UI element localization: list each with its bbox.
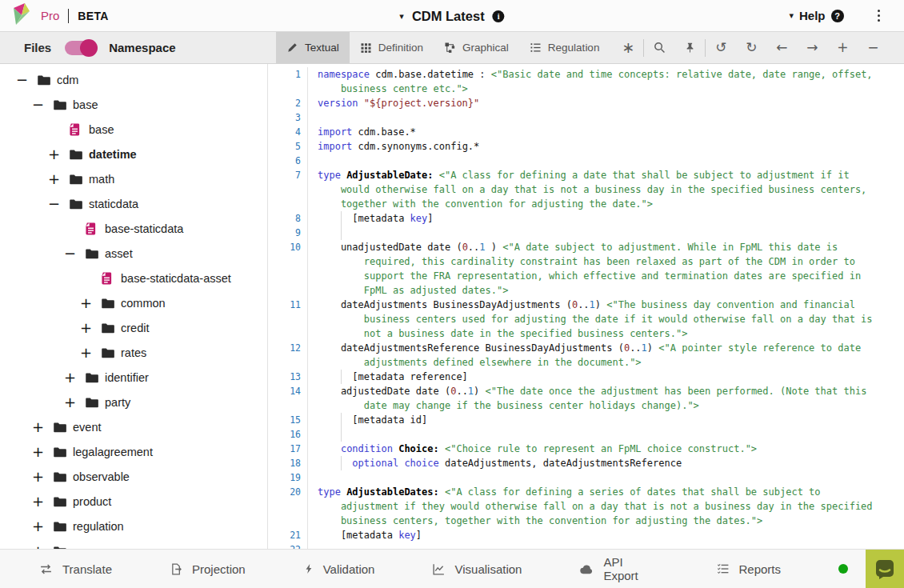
navigate-forward-button[interactable]: → xyxy=(797,32,827,64)
expand-plus-icon[interactable]: + xyxy=(64,395,85,410)
tab-regulation[interactable]: Regulation xyxy=(519,32,610,63)
indent-guide xyxy=(341,413,342,427)
tree-item-base[interactable]: base xyxy=(0,117,267,142)
code-line-20: 20type AdjustableDates: <"A class for de… xyxy=(268,485,904,499)
wildcard-button[interactable]: ∗ xyxy=(613,32,643,64)
code-line-12: 12 dateAdjustmentsReference BusinessDayA… xyxy=(268,341,904,355)
line-number: 10 xyxy=(268,240,308,254)
tree-item-regulation[interactable]: +regulation xyxy=(0,514,267,538)
collapse-minus-icon[interactable]: − xyxy=(16,73,37,87)
redo-button[interactable]: ↻ xyxy=(736,32,766,64)
code-line-1: 1namespace cdm.base.datetime : <"Basic d… xyxy=(268,67,904,82)
pin-button[interactable] xyxy=(674,32,705,64)
expand-plus-icon[interactable]: + xyxy=(80,346,101,360)
bottom-action-visualisation[interactable]: Visualisation xyxy=(432,562,522,576)
model-version-title: CDM Latest xyxy=(412,9,485,24)
code-editor[interactable]: 1namespace cdm.base.datetime : <"Basic d… xyxy=(268,64,904,549)
expand-plus-icon[interactable]: + xyxy=(32,470,53,484)
code-line-7-wrap-2: together with the convention for adjusti… xyxy=(268,197,904,211)
expand-plus-icon[interactable]: + xyxy=(32,420,53,434)
line-number xyxy=(268,514,308,528)
tab-graphical[interactable]: Graphical xyxy=(434,32,519,63)
code-text: business centers, together with the conv… xyxy=(318,514,762,528)
tree-item-staticdata[interactable]: −staticdata xyxy=(0,191,267,216)
tree-item-cdm[interactable]: −cdm xyxy=(0,67,267,92)
bottom-action-reports[interactable]: Reports xyxy=(717,562,781,576)
expand-plus-icon[interactable]: + xyxy=(32,445,53,459)
folder-icon xyxy=(53,445,67,459)
pin-icon xyxy=(684,42,696,54)
tree-item-rates[interactable]: +rates xyxy=(0,340,267,365)
code-line-11: 11 dateAdjustments BusinessDayAdjustment… xyxy=(268,298,904,312)
expand-plus-icon[interactable]: + xyxy=(64,370,85,385)
line-number: 12 xyxy=(268,341,308,355)
tree-item-datetime[interactable]: +datetime xyxy=(0,142,267,166)
bottom-action-label: Visualisation xyxy=(454,562,522,576)
code-text: type AdjustableDates: <"A class for defi… xyxy=(318,485,821,499)
collapse-minus-icon[interactable]: − xyxy=(32,98,53,112)
font-decrease-button[interactable]: − xyxy=(858,32,888,64)
undo-button[interactable]: ↺ xyxy=(706,32,736,64)
line-number: 20 xyxy=(268,485,308,499)
files-namespace-toggle[interactable] xyxy=(65,41,95,55)
line-number: 9 xyxy=(268,226,308,240)
bottom-action-projection[interactable]: Projection xyxy=(170,562,246,576)
code-line-11-wrap-2: not a business date in the specified bus… xyxy=(268,326,904,341)
tree-item-party[interactable]: +party xyxy=(0,390,267,414)
collapse-minus-icon[interactable]: − xyxy=(64,246,85,261)
tree-item-legalagreement[interactable]: +legalagreement xyxy=(0,439,267,464)
expand-plus-icon[interactable]: + xyxy=(32,519,53,534)
tree-item-product[interactable]: +product xyxy=(0,489,267,514)
line-number: 5 xyxy=(268,139,308,154)
bottom-actions: TranslateProjectionValidationVisualisati… xyxy=(38,555,838,582)
expand-plus-icon[interactable]: + xyxy=(48,147,69,162)
expand-plus-icon[interactable]: + xyxy=(32,494,53,509)
document-export-icon xyxy=(170,562,183,576)
tree-item-base-staticdata-asset[interactable]: base-staticdata-asset xyxy=(0,266,267,290)
navigate-back-button[interactable]: ← xyxy=(766,32,797,64)
tree-item-event[interactable]: +event xyxy=(0,414,267,439)
font-increase-button[interactable]: + xyxy=(827,32,858,64)
model-version-selector[interactable]: ▾ CDM Latest i xyxy=(399,0,504,32)
tree-item-base-staticdata[interactable]: base-staticdata xyxy=(0,216,267,241)
bottom-action-label: Translate xyxy=(62,562,112,576)
tree-item[interactable]: + xyxy=(0,538,267,549)
tab-definition[interactable]: Definition xyxy=(350,32,434,63)
code-text: unadjustedDate date (0..1 ) <"A date sub… xyxy=(318,240,838,254)
tree-item-credit[interactable]: +credit xyxy=(0,315,267,340)
code-line-10-wrap-2: support the FRA representation, which ef… xyxy=(268,269,904,283)
overflow-menu-icon[interactable] xyxy=(874,6,884,26)
indent-guide xyxy=(341,456,342,470)
code-line-22: 22 xyxy=(268,542,904,549)
expand-plus-icon[interactable]: + xyxy=(48,172,69,186)
tree-item-base[interactable]: −base xyxy=(0,92,267,117)
plus-icon: + xyxy=(837,41,848,54)
tree-item-identifier[interactable]: +identifier xyxy=(0,365,267,390)
tab-textual[interactable]: Textual xyxy=(276,32,350,63)
expand-plus-icon[interactable]: + xyxy=(80,296,101,310)
tree-item-math[interactable]: +math xyxy=(0,166,267,191)
indent-guide xyxy=(341,211,342,226)
line-number: 3 xyxy=(268,110,308,125)
top-header: Pro BETA ▾ CDM Latest i ▾ Help ? xyxy=(0,0,904,32)
chat-launcher-button[interactable] xyxy=(866,550,904,588)
tree-item-common[interactable]: +common xyxy=(0,290,267,315)
file-icon xyxy=(69,122,83,137)
info-icon[interactable]: i xyxy=(493,10,505,22)
tree-item-label: base xyxy=(89,123,114,136)
help-menu[interactable]: ▾ Help ? xyxy=(789,9,843,22)
line-number: 15 xyxy=(268,413,308,427)
namespace-label: Namespace xyxy=(109,41,175,54)
collapse-minus-icon[interactable]: − xyxy=(48,197,69,211)
bottom-action-api-export[interactable]: API Export xyxy=(579,555,659,582)
file-icon xyxy=(101,271,115,286)
line-number xyxy=(268,197,308,211)
bottom-action-translate[interactable]: Translate xyxy=(38,562,112,576)
code-text: import cdm.synonyms.config.* xyxy=(318,139,479,154)
tree-item-asset[interactable]: −asset xyxy=(0,241,267,266)
tree-item-observable[interactable]: +observable xyxy=(0,464,267,489)
expand-plus-icon[interactable]: + xyxy=(80,321,101,335)
bottom-action-validation[interactable]: Validation xyxy=(303,562,375,576)
search-button[interactable] xyxy=(644,32,674,64)
code-line-15: 15 [metadata id] xyxy=(268,413,904,427)
